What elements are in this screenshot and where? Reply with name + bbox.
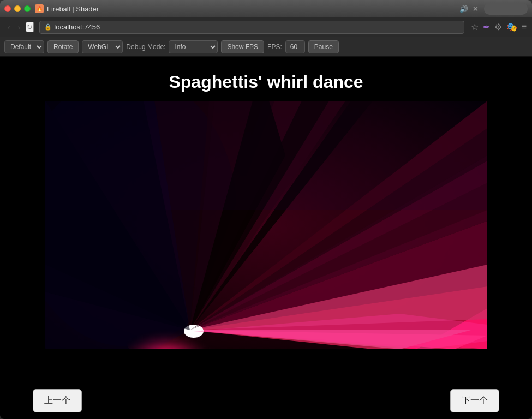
main-content: Spaghettis' whirl dance xyxy=(0,57,532,419)
browser-window: 🔥 Fireball | Shader 🔊 ✕ ‹ › ↻ 🔒 localhos… xyxy=(0,0,532,419)
maximize-button[interactable] xyxy=(24,5,31,12)
window-controls xyxy=(4,5,31,12)
bookmark-icon[interactable]: ☆ xyxy=(471,22,479,32)
back-button[interactable]: ‹ xyxy=(5,22,13,33)
minimize-button[interactable] xyxy=(14,5,21,12)
prev-button[interactable]: 上一个 xyxy=(33,389,82,412)
fps-value-display: 60 xyxy=(285,40,305,53)
tab-close-icon[interactable]: ✕ xyxy=(473,5,479,13)
tab-bar-extra xyxy=(484,3,528,15)
address-tools: ☆ ✒ ⚙ 🎭 ≡ xyxy=(471,22,527,32)
menu-icon[interactable]: ≡ xyxy=(522,22,527,32)
window-title: Fireball | Shader xyxy=(47,5,459,13)
forward-button[interactable]: › xyxy=(16,22,23,33)
pen-icon[interactable]: ✒ xyxy=(483,22,490,32)
webgl-select[interactable]: WebGL xyxy=(82,40,123,53)
next-button[interactable]: 下一个 xyxy=(450,389,499,412)
show-fps-button[interactable]: Show FPS xyxy=(221,40,264,53)
url-bar[interactable]: 🔒 localhost:7456 xyxy=(39,21,464,34)
shader-title: Spaghettis' whirl dance xyxy=(169,72,363,92)
fps-label: FPS: xyxy=(267,43,282,51)
debug-mode-label: Debug Mode: xyxy=(126,43,165,51)
favicon-icon: 🔥 xyxy=(35,4,44,13)
titlebar: 🔥 Fireball | Shader 🔊 ✕ xyxy=(0,0,532,17)
shader-canvas xyxy=(45,101,487,349)
toolbar: Default Rotate WebGL Debug Mode: Info No… xyxy=(0,37,532,57)
extensions-icon[interactable]: ⚙ xyxy=(494,22,502,32)
account-icon[interactable]: 🎭 xyxy=(506,22,517,32)
lock-icon: 🔒 xyxy=(44,23,52,31)
pause-button[interactable]: Pause xyxy=(308,40,339,53)
address-bar: ‹ › ↻ 🔒 localhost:7456 ☆ ✒ ⚙ 🎭 ≡ xyxy=(0,17,532,37)
debug-mode-select[interactable]: Info None Verbose xyxy=(169,40,218,53)
shader-visualization xyxy=(45,101,487,349)
audio-icon[interactable]: 🔊 xyxy=(459,5,468,13)
refresh-button[interactable]: ↻ xyxy=(26,22,34,32)
rotate-button[interactable]: Rotate xyxy=(47,40,79,53)
close-button[interactable] xyxy=(4,5,11,12)
url-text: localhost:7456 xyxy=(54,23,100,31)
preset-select[interactable]: Default xyxy=(4,40,44,53)
